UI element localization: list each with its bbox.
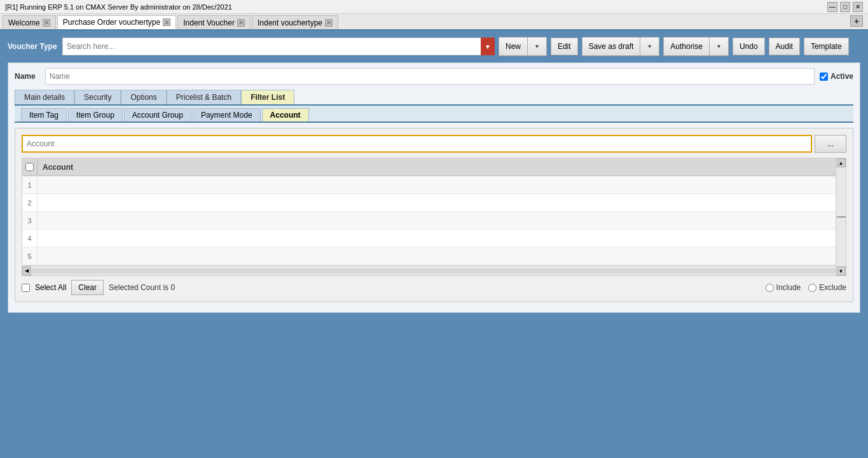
table-body: 1 2 3 4: [22, 176, 846, 265]
maximize-button[interactable]: □: [840, 2, 850, 12]
table-header: Account: [22, 158, 846, 176]
table-row: 3: [22, 212, 846, 230]
title-bar-controls: — □ ✕: [827, 2, 863, 12]
bottom-bar: Select All Clear Selected Count is 0 Inc…: [22, 280, 846, 295]
tab-pricelist-batch[interactable]: Pricelist & Batch: [167, 90, 241, 104]
save-as-draft-button-group: Save as draft ▼: [582, 37, 660, 56]
select-all-checkbox[interactable]: [22, 284, 30, 292]
authorise-dropdown-button[interactable]: ▼: [710, 38, 728, 55]
sub-tab-item-tag[interactable]: Item Tag: [21, 108, 67, 121]
bottom-right: Include Exclude: [766, 283, 846, 292]
new-dropdown-button[interactable]: ▼: [528, 38, 546, 55]
undo-button[interactable]: Undo: [733, 38, 765, 55]
scroll-down-arrow[interactable]: ▼: [837, 267, 846, 275]
active-wrapper: Active: [820, 72, 853, 81]
tab-options[interactable]: Options: [121, 90, 166, 104]
scroll-left-arrow[interactable]: ◀: [22, 267, 31, 275]
title-bar: [R1] Running ERP 5.1 on CMAX Server By a…: [0, 0, 868, 14]
table-row: 4: [22, 230, 846, 247]
filter-panel: ... Account ▲ ▼: [15, 128, 853, 302]
tab-indent-vouchertype[interactable]: Indent vouchertype ✕: [252, 15, 338, 29]
form-area: Name Active Main details Security Option…: [8, 62, 860, 313]
table-row: 2: [22, 194, 846, 212]
row-num-2: 2: [22, 194, 38, 211]
scroll-thumb[interactable]: [837, 216, 846, 218]
template-button[interactable]: Template: [804, 38, 849, 55]
main-content: Voucher Type ▼ New ▼ Edit Save as draft …: [0, 31, 868, 319]
close-button[interactable]: ✕: [853, 2, 863, 12]
save-as-draft-dropdown-button[interactable]: ▼: [640, 38, 659, 55]
include-label: Include: [776, 283, 801, 292]
search-dropdown-button[interactable]: ▼: [481, 38, 495, 55]
toolbar-row: Voucher Type ▼ New ▼ Edit Save as draft …: [8, 37, 860, 56]
audit-button[interactable]: Audit: [769, 38, 800, 55]
account-search-row: ...: [22, 135, 846, 153]
authorise-button-group: Authorise ▼: [663, 37, 729, 56]
new-button[interactable]: New: [499, 38, 528, 55]
row-num-5: 5: [22, 247, 38, 265]
exclude-radio[interactable]: [808, 284, 816, 292]
account-browse-button[interactable]: ...: [815, 135, 846, 153]
tab-filter-list[interactable]: Filter List: [241, 90, 294, 104]
tab-bar: Welcome ✕ Purchase Order vouchertype ✕ I…: [0, 14, 868, 31]
account-column-header: Account: [38, 163, 836, 172]
account-table-wrapper: Account ▲ ▼ 1 2: [22, 158, 846, 276]
include-radio-group: Include: [766, 283, 801, 292]
exclude-radio-group: Exclude: [808, 283, 846, 292]
sub-tab-item-group[interactable]: Item Group: [68, 108, 123, 121]
authorise-dropdown-arrow: ▼: [716, 43, 722, 50]
tab-po-vouchertype-close[interactable]: ✕: [163, 18, 170, 26]
tab-welcome-close[interactable]: ✕: [43, 19, 50, 27]
save-as-draft-button[interactable]: Save as draft: [582, 38, 641, 55]
include-radio[interactable]: [766, 284, 774, 292]
sub-tab-account-group[interactable]: Account Group: [124, 108, 191, 121]
exclude-label: Exclude: [819, 283, 846, 292]
table-row: 5: [22, 247, 846, 265]
row-num-1: 1: [22, 176, 38, 193]
row-num-4: 4: [22, 230, 38, 247]
add-tab-button[interactable]: +: [850, 15, 863, 27]
voucher-type-search-input[interactable]: [62, 38, 495, 55]
vertical-scrollbar[interactable]: ▲ ▼: [836, 158, 846, 275]
sub-tab-payment-mode[interactable]: Payment Mode: [193, 108, 261, 121]
bottom-left: Select All Clear Selected Count is 0: [22, 280, 175, 295]
tab-indent-vouchertype-close[interactable]: ✕: [325, 19, 333, 27]
tab-indent-voucher[interactable]: Indent Voucher ✕: [177, 15, 251, 29]
minimize-button[interactable]: —: [827, 2, 837, 12]
row-num-3: 3: [22, 212, 38, 229]
horizontal-scrollbar[interactable]: ◀ ▶: [22, 265, 846, 275]
voucher-type-label: Voucher Type: [8, 42, 59, 51]
tab-main-details[interactable]: Main details: [15, 90, 74, 104]
active-checkbox[interactable]: [820, 73, 828, 81]
name-input[interactable]: [45, 68, 815, 85]
sub-tab-nav: Item Tag Item Group Account Group Paymen…: [15, 106, 853, 123]
table-row: 1: [22, 176, 846, 194]
title-bar-text: [R1] Running ERP 5.1 on CMAX Server By a…: [5, 3, 232, 11]
save-draft-dropdown-arrow: ▼: [647, 43, 652, 50]
tab-indent-voucher-close[interactable]: ✕: [237, 19, 245, 27]
sub-tab-account[interactable]: Account: [262, 108, 309, 121]
h-scroll-track: [32, 268, 836, 274]
main-tab-nav: Main details Security Options Pricelist …: [15, 90, 853, 106]
authorise-button[interactable]: Authorise: [664, 38, 710, 55]
clear-button[interactable]: Clear: [71, 280, 104, 295]
selected-count-label: Selected Count is 0: [109, 283, 175, 292]
account-search-input[interactable]: [22, 135, 812, 153]
tab-po-vouchertype[interactable]: Purchase Order vouchertype ✕: [57, 15, 176, 29]
name-row: Name Active: [15, 68, 853, 85]
tab-welcome[interactable]: Welcome ✕: [3, 15, 56, 29]
header-checkbox-cell: [22, 158, 38, 176]
tab-security[interactable]: Security: [74, 90, 121, 104]
new-button-group: New ▼: [499, 37, 547, 56]
header-checkbox[interactable]: [25, 163, 34, 171]
select-all-label: Select All: [35, 283, 66, 292]
new-dropdown-arrow: ▼: [534, 43, 540, 50]
search-wrapper: ▼: [62, 38, 495, 55]
active-label: Active: [830, 72, 853, 81]
scroll-up-arrow[interactable]: ▲: [837, 158, 846, 167]
edit-button[interactable]: Edit: [551, 38, 578, 55]
name-label: Name: [15, 72, 40, 81]
